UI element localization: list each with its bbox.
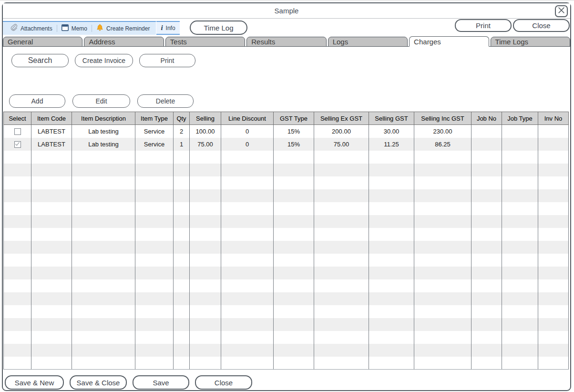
empty-cell xyxy=(274,254,314,267)
empty-cell xyxy=(369,176,414,189)
empty-cell xyxy=(135,228,174,241)
empty-cell xyxy=(4,318,31,331)
empty-row xyxy=(4,344,569,357)
empty-cell xyxy=(472,357,502,370)
tab-tests[interactable]: Tests xyxy=(165,37,245,47)
empty-cell xyxy=(369,202,414,215)
create-invoice-button[interactable]: Create Invoice xyxy=(75,54,133,67)
empty-cell xyxy=(4,176,31,189)
edit-button[interactable]: Edit xyxy=(72,94,130,108)
empty-cell xyxy=(414,305,472,318)
col-header-item-type: Item Type xyxy=(135,112,174,125)
cell-selling-ex-gst[interactable]: 75.00 xyxy=(314,138,369,151)
empty-cell xyxy=(472,267,502,279)
empty-cell xyxy=(72,202,135,215)
print-button[interactable]: Print xyxy=(139,54,195,67)
add-button[interactable]: Add xyxy=(9,94,65,108)
empty-cell xyxy=(274,241,314,254)
toolbar-memo-button[interactable]: Memo xyxy=(57,22,92,35)
cell-selling-gst[interactable]: 30.00 xyxy=(369,125,414,138)
tab-logs[interactable]: Logs xyxy=(328,37,408,47)
cell-select[interactable] xyxy=(4,138,31,151)
tab-address[interactable]: Address xyxy=(84,37,164,47)
cell-item-description[interactable]: Lab testing xyxy=(72,125,135,138)
empty-cell xyxy=(135,305,174,318)
window-close-button[interactable] xyxy=(555,5,568,17)
empty-cell xyxy=(538,228,569,241)
cell-line-discount[interactable]: 0 xyxy=(221,138,274,151)
tab-general[interactable]: General xyxy=(3,37,82,47)
cell-selling[interactable]: 100.00 xyxy=(190,125,221,138)
empty-row xyxy=(4,202,569,215)
cell-selling-inc-gst[interactable]: 86.25 xyxy=(414,138,472,151)
charges-actions-edit: AddEditDelete xyxy=(9,94,194,108)
cell-job-type[interactable] xyxy=(502,125,538,138)
empty-cell xyxy=(414,215,472,228)
search-button[interactable]: Search xyxy=(11,54,69,67)
empty-cell xyxy=(369,305,414,318)
cell-qty[interactable]: 1 xyxy=(174,138,190,151)
tab-charges[interactable]: Charges xyxy=(409,36,489,47)
cell-inv-no[interactable] xyxy=(538,125,569,138)
col-header-item-code: Item Code xyxy=(31,112,72,125)
empty-cell xyxy=(274,215,314,228)
empty-cell xyxy=(72,357,135,370)
row-select-checkbox[interactable] xyxy=(14,141,21,148)
save-button[interactable]: Save xyxy=(133,375,189,390)
cell-item-type[interactable]: Service xyxy=(135,125,174,138)
empty-cell xyxy=(538,267,569,279)
cell-inv-no[interactable] xyxy=(538,138,569,151)
cell-qty[interactable]: 2 xyxy=(174,125,190,138)
cell-selling[interactable]: 75.00 xyxy=(190,138,221,151)
cell-item-description[interactable]: Lab testing xyxy=(72,138,135,151)
cell-item-type[interactable]: Service xyxy=(135,138,174,151)
empty-cell xyxy=(72,241,135,254)
toolbar-attachments-button[interactable]: Attachments xyxy=(6,22,57,35)
close-button[interactable]: Close xyxy=(513,19,570,32)
cell-gst-type[interactable]: 15% xyxy=(274,125,314,138)
time-log-button[interactable]: Time Log xyxy=(190,21,247,35)
empty-cell xyxy=(502,215,538,228)
cell-gst-type[interactable]: 15% xyxy=(274,138,314,151)
save-close-button[interactable]: Save & Close xyxy=(70,375,127,390)
empty-row xyxy=(4,318,569,331)
empty-cell xyxy=(314,254,369,267)
cell-job-type[interactable] xyxy=(502,138,538,151)
empty-cell xyxy=(414,344,472,357)
empty-cell xyxy=(135,344,174,357)
empty-cell xyxy=(274,318,314,331)
tab-results[interactable]: Results xyxy=(246,37,326,47)
empty-cell xyxy=(414,318,472,331)
table-row: LABTESTLab testingService175.00015%75.00… xyxy=(4,138,569,151)
empty-cell xyxy=(190,164,221,176)
empty-cell xyxy=(414,267,472,279)
cell-job-no[interactable] xyxy=(472,138,502,151)
tab-time-logs[interactable]: Time Logs xyxy=(491,37,570,47)
empty-cell xyxy=(538,164,569,176)
print-button[interactable]: Print xyxy=(455,19,512,32)
save-new-button[interactable]: Save & New xyxy=(5,375,64,390)
toolbar-create-reminder-button[interactable]: Create Reminder xyxy=(92,22,154,35)
toolbar-info-button[interactable]: iInfo xyxy=(156,22,179,34)
cell-selling-gst[interactable]: 11.25 xyxy=(369,138,414,151)
empty-cell xyxy=(174,202,190,215)
col-header-selling-ex-gst: Selling Ex GST xyxy=(314,112,369,125)
cell-item-code[interactable]: LABTEST xyxy=(31,138,72,151)
empty-cell xyxy=(414,189,472,202)
empty-cell xyxy=(4,164,31,176)
empty-cell xyxy=(72,292,135,305)
charges-actions-top: SearchCreate InvoicePrint xyxy=(11,54,195,67)
delete-button[interactable]: Delete xyxy=(137,94,194,108)
cell-selling-inc-gst[interactable]: 230.00 xyxy=(414,125,472,138)
cell-item-code[interactable]: LABTEST xyxy=(31,125,72,138)
cell-job-no[interactable] xyxy=(472,125,502,138)
cell-line-discount[interactable]: 0 xyxy=(221,125,274,138)
table-row: LABTESTLab testingService2100.00015%200.… xyxy=(4,125,569,138)
row-select-checkbox[interactable] xyxy=(14,128,21,135)
close-button[interactable]: Close xyxy=(195,375,252,390)
empty-cell xyxy=(274,305,314,318)
cell-selling-ex-gst[interactable]: 200.00 xyxy=(314,125,369,138)
cell-select[interactable] xyxy=(4,125,31,138)
empty-cell xyxy=(414,254,472,267)
empty-cell xyxy=(221,254,274,267)
